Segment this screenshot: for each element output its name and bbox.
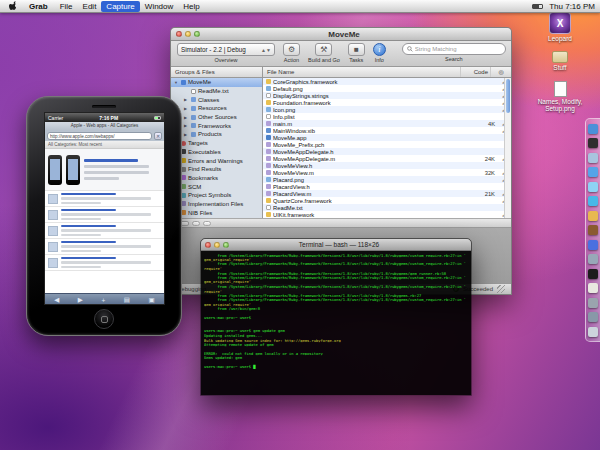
sidebar-item[interactable]: ▶ Frameworks [171,121,262,130]
menu-bar-clock[interactable]: Thu 7:16 PM [549,2,595,11]
table-row[interactable]: MoveMeView.m 32K ✓ [263,169,511,176]
search-field[interactable]: String Matching [402,43,506,55]
table-row[interactable]: MoveMeAppDelegate.h [263,148,511,155]
terminal-body[interactable]: from /System/Library/Frameworks/Ruby.fra… [201,251,471,395]
table-row[interactable]: main.m 4K ✓ [263,120,511,127]
table-row[interactable]: Info.plist [263,113,511,120]
sidebar-item[interactable]: ▶ Find Results [171,165,262,174]
dock-icon[interactable] [588,327,598,337]
editor-breadcrumb-control[interactable] [203,221,211,226]
sidebar-item[interactable]: ▶ Errors and Warnings [171,156,262,165]
dock-icon[interactable] [588,254,598,264]
dock-icon[interactable] [588,138,598,148]
sidebar-item[interactable]: ▶ Implementation Files [171,200,262,209]
sidebar-item[interactable]: ▶ NIB Files [171,208,262,217]
dock-icon[interactable] [588,312,598,322]
sidebar-item[interactable]: ▶ SCM [171,182,262,191]
file-name-column-header[interactable]: File Name [263,67,461,77]
dock-icon[interactable] [588,167,598,177]
battery-icon[interactable] [532,4,543,9]
bookmarks-icon[interactable]: ▤ [124,296,130,304]
terminal-title-bar[interactable]: Terminal — bash — 118×26 [201,239,471,251]
groups-files-header[interactable]: Groups & Files [171,67,263,77]
resize-grip[interactable] [497,285,505,293]
minimize-button[interactable] [214,242,220,248]
table-row[interactable]: Foundation.framework ✓ [263,99,511,106]
table-scrollbar[interactable] [504,78,511,218]
menu-item[interactable]: File [55,1,78,12]
sidebar-item[interactable]: ▶ Targets [171,139,262,148]
disclosure-triangle-icon[interactable]: ▶ [184,106,189,111]
tasks-button[interactable]: ■ [348,43,365,56]
desktop-icon[interactable]: X Leopard [548,12,572,42]
table-row[interactable]: MoveMe.app [263,134,511,141]
sidebar-item[interactable]: ▼ MoveMe [171,78,262,87]
desktop-icon[interactable]: Names, Modify, Setup.png [536,81,584,113]
dock-icon[interactable] [588,298,598,308]
dock-icon[interactable] [588,196,598,206]
disclosure-triangle-icon[interactable]: ▶ [184,123,189,128]
action-button[interactable]: ⚙ [283,43,300,56]
dock-icon[interactable] [588,153,598,163]
disclosure-triangle-icon[interactable]: ▶ [184,115,189,120]
build-and-go-button[interactable]: ⚒ [315,43,332,56]
apple-menu[interactable] [5,1,22,11]
table-row[interactable]: DisplayStrings.strings ✓ [263,92,511,99]
sidebar-item[interactable]: ReadMe.txt [171,87,262,96]
close-button[interactable] [176,31,182,37]
webpage-list-item[interactable] [45,207,164,223]
table-row[interactable]: Default.png ✓ [263,85,511,92]
webpage-list-item[interactable] [45,223,164,239]
menu-item[interactable]: Capture [101,1,139,12]
table-row[interactable]: Icon.png ✓ [263,106,511,113]
table-row[interactable]: MainWindow.xib ✓ [263,127,511,134]
disclosure-triangle-icon[interactable]: ▶ [184,132,189,137]
webpage-list-item[interactable] [45,191,164,207]
stop-reload-button[interactable]: ✕ [154,132,162,140]
disclosure-triangle-icon[interactable]: ▼ [174,80,179,85]
webpage-list-item[interactable] [45,239,164,255]
webpage-list-item[interactable] [45,255,164,271]
scrollbar-thumb[interactable] [506,79,510,113]
table-row[interactable]: QuartzCore.framework ✓ [263,197,511,204]
table-row[interactable]: MoveMeView.h [263,162,511,169]
sidebar-item[interactable]: ▶ Resources [171,104,262,113]
url-field[interactable]: http://www.apple.com/webapps/ [47,132,152,140]
pages-icon[interactable]: ▣ [149,296,155,304]
desktop-icon[interactable]: Stuff [552,51,568,71]
table-row[interactable]: MoveMeAppDelegate.m 24K ✓ [263,155,511,162]
dock-icon[interactable] [588,283,598,293]
code-column-header[interactable]: Code [461,67,491,77]
minimize-button[interactable] [185,31,191,37]
sidebar-item[interactable]: ▶ Other Sources [171,113,262,122]
xcode-title-bar[interactable]: MoveMe [171,28,511,41]
dock-icon[interactable] [588,182,598,192]
table-row[interactable]: CoreGraphics.framework ✓ [263,78,511,85]
add-icon[interactable]: + [101,297,105,304]
menu-item[interactable]: Help [178,1,204,12]
info-button[interactable]: i [373,43,386,56]
sidebar-item[interactable]: ▶ Bookmarks [171,174,262,183]
close-button[interactable] [205,242,211,248]
sidebar-item[interactable]: Project Symbols [171,191,262,200]
sidebar-item[interactable]: ▶ Executables [171,148,262,157]
dock-icon[interactable] [588,124,598,134]
overview-popup[interactable]: Simulator - 2.2 | Debug ▲▼ [177,43,275,56]
dock-icon[interactable] [588,211,598,221]
table-row[interactable]: PlacardView.h [263,183,511,190]
table-row[interactable]: PlacardView.m 21K ✓ [263,190,511,197]
sidebar-item[interactable]: ▶ Products [171,130,262,139]
menu-item[interactable]: Edit [78,1,102,12]
table-row[interactable]: Placard.png ✓ [263,176,511,183]
editor-bookmark-control[interactable] [192,221,200,226]
table-row[interactable]: MoveMe_Prefix.pch [263,141,511,148]
menu-item[interactable]: Window [140,1,178,12]
dock-icon[interactable] [588,225,598,235]
app-menu-grab[interactable]: Grab [24,2,53,11]
dock-icon[interactable] [588,240,598,250]
table-row[interactable]: ReadMe.txt [263,204,511,211]
sidebar-item[interactable]: ▶ Classes [171,95,262,104]
dock-icon[interactable] [588,269,598,279]
home-button[interactable] [94,309,114,329]
target-column-header[interactable]: ◎ [491,67,511,77]
